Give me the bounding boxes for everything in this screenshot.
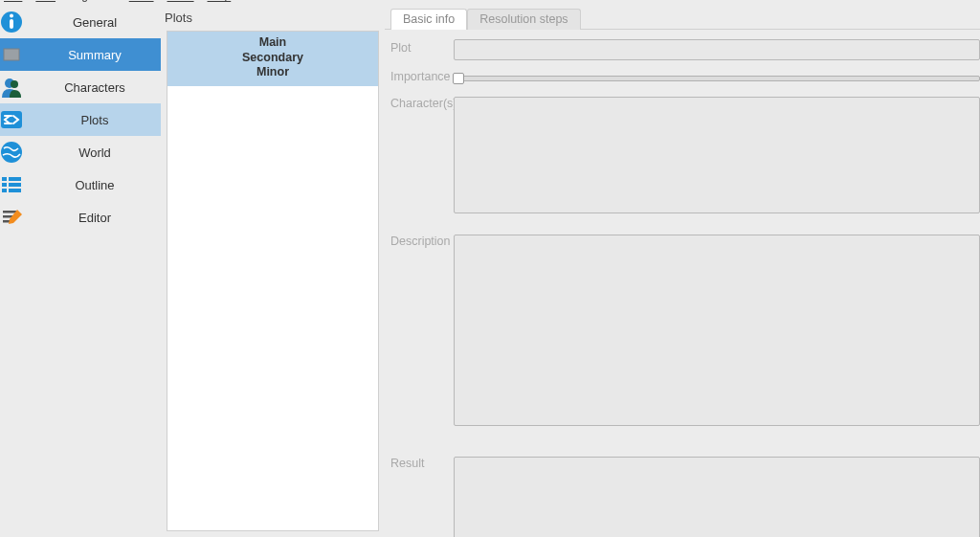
svg-rect-3 (4, 49, 19, 60)
description-textarea[interactable] (454, 235, 980, 426)
sidebar-item-world[interactable]: World (0, 136, 161, 168)
tab-resolution-steps[interactable]: Resolution steps (467, 9, 580, 30)
svg-rect-9 (9, 177, 21, 181)
summary-icon (0, 43, 29, 66)
menu-edit[interactable]: Edit (35, 0, 56, 2)
svg-rect-13 (9, 189, 21, 192)
plots-icon (0, 108, 29, 131)
sidebar-item-editor[interactable]: Editor (0, 201, 161, 234)
description-label: Description (390, 235, 454, 449)
sidebar-item-general[interactable]: General (0, 6, 161, 38)
tab-basic-info[interactable]: Basic info (390, 9, 467, 30)
characters-textarea[interactable] (454, 97, 980, 213)
sidebar-item-summary[interactable]: Summary (0, 38, 161, 71)
editor-icon (0, 206, 29, 229)
plot-group-secondary[interactable]: Secondary (167, 51, 378, 66)
sidebar-item-label: Plots (29, 113, 161, 127)
plots-list-panel: Plots Main Secondary Minor (161, 6, 385, 537)
plot-input[interactable] (454, 39, 980, 60)
person-icon (0, 76, 29, 99)
svg-rect-12 (2, 189, 7, 192)
plots-list[interactable]: Main Secondary Minor (167, 31, 379, 531)
plot-label: Plot (390, 39, 454, 60)
info-icon (0, 11, 29, 34)
globe-icon (0, 141, 29, 164)
plot-group-minor[interactable]: Minor (167, 65, 378, 80)
menu-organize[interactable]: Organize (69, 0, 116, 2)
sidebar-item-plots[interactable]: Plots (0, 103, 161, 136)
sidebar-item-label: Outline (29, 178, 161, 192)
sidebar-item-label: Characters (29, 80, 161, 95)
sidebar-item-label: World (29, 145, 161, 160)
menu-tools[interactable]: Tools (167, 0, 194, 2)
svg-point-5 (11, 80, 18, 88)
importance-label: Importance (390, 68, 454, 89)
sidebar-item-label: Summary (29, 48, 161, 62)
sidebar: General Summary Characters Plots (0, 6, 161, 537)
characters-label: Character(s) (390, 97, 454, 213)
result-label: Result (390, 457, 454, 537)
slider-handle[interactable] (453, 73, 464, 84)
sidebar-item-characters[interactable]: Characters (0, 71, 161, 103)
svg-point-2 (10, 14, 13, 18)
menu-view[interactable]: View (129, 0, 154, 2)
outline-icon (0, 173, 29, 196)
detail-panel: Basic info Resolution steps Plot Importa… (385, 6, 980, 537)
svg-point-7 (1, 142, 22, 163)
result-textarea[interactable] (454, 457, 980, 537)
plot-group-main[interactable]: Main (167, 35, 378, 51)
menu-file[interactable]: File (4, 0, 22, 2)
panel-title: Plots (161, 8, 385, 27)
svg-rect-8 (2, 177, 7, 181)
svg-rect-1 (10, 19, 13, 29)
tab-bar: Basic info Resolution steps (385, 8, 980, 29)
sidebar-item-label: General (29, 15, 161, 30)
tab-pane-basic-info: Plot Importance Character(s) De (385, 29, 980, 537)
svg-rect-14 (3, 211, 16, 213)
importance-slider[interactable] (454, 76, 980, 81)
plots-list-header: Main Secondary Minor (167, 32, 378, 86)
svg-rect-10 (2, 183, 7, 187)
svg-rect-11 (9, 183, 21, 187)
sidebar-item-label: Editor (29, 211, 161, 225)
sidebar-item-outline[interactable]: Outline (0, 168, 161, 201)
menu-help[interactable]: Help (208, 0, 232, 2)
